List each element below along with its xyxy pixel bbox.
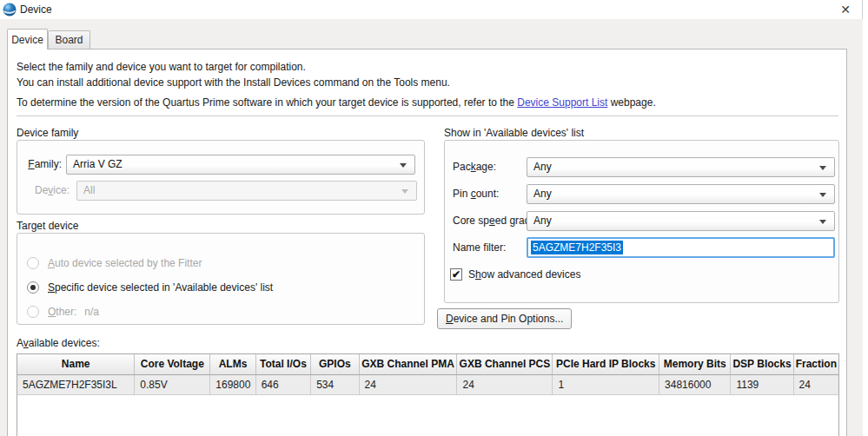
radio-icon	[27, 306, 39, 318]
table-cell: 646	[255, 374, 310, 394]
pin-count-dropdown[interactable]: Any	[527, 184, 835, 204]
package-label: Package:	[453, 157, 496, 177]
table-cell: 534	[311, 374, 359, 394]
intro-line-3-suffix: webpage.	[607, 96, 655, 109]
table-cell: 24	[359, 374, 457, 394]
table-cell: 34816000	[659, 374, 731, 394]
pin-count-value: Any	[533, 188, 552, 200]
column-header[interactable]: GPIOs	[311, 354, 359, 374]
column-header[interactable]: DSP Blocks	[731, 354, 793, 374]
table-cell: 0.85V	[135, 374, 210, 394]
column-header[interactable]: GXB Channel PMA	[359, 354, 457, 374]
window-title: Device	[20, 3, 52, 16]
radio-icon	[27, 257, 39, 269]
intro-line-2: You can install additional device suppor…	[17, 76, 450, 89]
table-cell: 1139	[731, 374, 793, 394]
table-cell: 5AGZME7H2F35I3L	[17, 374, 135, 394]
device-family-title: Device family	[17, 127, 78, 139]
package-value: Any	[533, 161, 552, 173]
table-cell: 169800	[210, 374, 255, 394]
show-filters-title: Show in 'Available devices' list	[444, 127, 584, 139]
family-value: Arria V GZ	[73, 158, 123, 170]
title-bar: Device ✕	[0, 0, 862, 19]
table-cell: 1	[553, 374, 659, 394]
radio-specific-device[interactable]: Specific device selected in 'Available d…	[27, 281, 273, 294]
tab-device[interactable]: Device	[7, 29, 48, 50]
radio-auto-device-label: Auto device selected by the Fitter	[48, 257, 202, 269]
show-advanced-label: Show advanced devices	[468, 265, 580, 285]
radio-auto-device: Auto device selected by the Fitter	[27, 256, 202, 270]
column-header[interactable]: GXB Channel PCS	[457, 354, 553, 374]
device-support-list-link[interactable]: Device Support List	[517, 96, 607, 109]
chevron-down-icon	[819, 166, 826, 170]
device-value: All	[83, 184, 95, 196]
devices-table: NameCore VoltageALMsTotal I/OsGPIOsGXB C…	[17, 354, 838, 395]
device-and-pin-options-button[interactable]: Device and Pin Options...	[437, 308, 572, 329]
radio-other-label: Other:	[48, 306, 76, 318]
intro-line-3-prefix: To determine the version of the Quartus …	[17, 96, 517, 109]
name-filter-input[interactable]: 5AGZME7H2F35I3	[527, 237, 835, 258]
chevron-down-icon	[819, 193, 826, 197]
pin-count-label: Pin count:	[453, 184, 499, 204]
device-dialog: Device ✕ Device Board Select the family …	[0, 0, 863, 436]
chevron-down-icon	[401, 189, 408, 194]
family-label: Family:	[17, 155, 62, 175]
table-header-row: NameCore VoltageALMsTotal I/OsGPIOsGXB C…	[17, 354, 838, 374]
column-header[interactable]: Total I/Os	[255, 354, 310, 374]
table-cell: 24	[793, 374, 838, 394]
package-dropdown[interactable]: Any	[527, 157, 835, 177]
radio-other: Other: n/a	[27, 305, 99, 319]
available-devices-label: Available devices:	[17, 337, 100, 349]
device-tab-page: Select the family and device you want to…	[7, 49, 847, 436]
chevron-down-icon	[819, 220, 826, 224]
name-filter-label: Name filter:	[453, 238, 506, 258]
column-header[interactable]: Fraction	[793, 354, 838, 374]
tab-board[interactable]: Board	[48, 30, 90, 50]
device-dropdown: All	[76, 181, 417, 201]
quartus-logo-icon	[3, 3, 17, 17]
device-label: Device:	[17, 181, 70, 201]
core-speed-grade-value: Any	[533, 215, 552, 227]
intro-line-3: To determine the version of the Quartus …	[17, 96, 656, 109]
column-header[interactable]: Memory Bits	[659, 354, 731, 374]
device-family-group	[17, 140, 425, 215]
column-header[interactable]: ALMs	[210, 354, 255, 374]
target-device-title: Target device	[17, 220, 78, 232]
column-header[interactable]: PCIe Hard IP Blocks	[553, 354, 659, 374]
separator	[17, 116, 838, 116]
available-devices-table: NameCore VoltageALMsTotal I/OsGPIOsGXB C…	[17, 353, 839, 436]
column-header[interactable]: Name	[17, 354, 135, 374]
core-speed-grade-dropdown[interactable]: Any	[527, 211, 835, 231]
table-cell: 24	[457, 374, 553, 394]
intro-line-1: Select the family and device you want to…	[17, 61, 306, 73]
column-header[interactable]: Core Voltage	[135, 354, 210, 374]
radio-icon[interactable]	[27, 281, 39, 294]
family-dropdown[interactable]: Arria V GZ	[66, 155, 415, 175]
show-advanced-checkbox[interactable]: ✔	[450, 268, 462, 281]
chevron-down-icon	[400, 163, 407, 168]
radio-specific-device-label: Specific device selected in 'Available d…	[48, 281, 273, 294]
device-row[interactable]: 5AGZME7H2F35I3L0.85V16980064653424241348…	[17, 374, 838, 394]
name-filter-selected-text: 5AGZME7H2F35I3	[531, 241, 623, 254]
radio-other-value: n/a	[84, 306, 99, 318]
close-icon[interactable]: ✕	[836, 2, 855, 17]
